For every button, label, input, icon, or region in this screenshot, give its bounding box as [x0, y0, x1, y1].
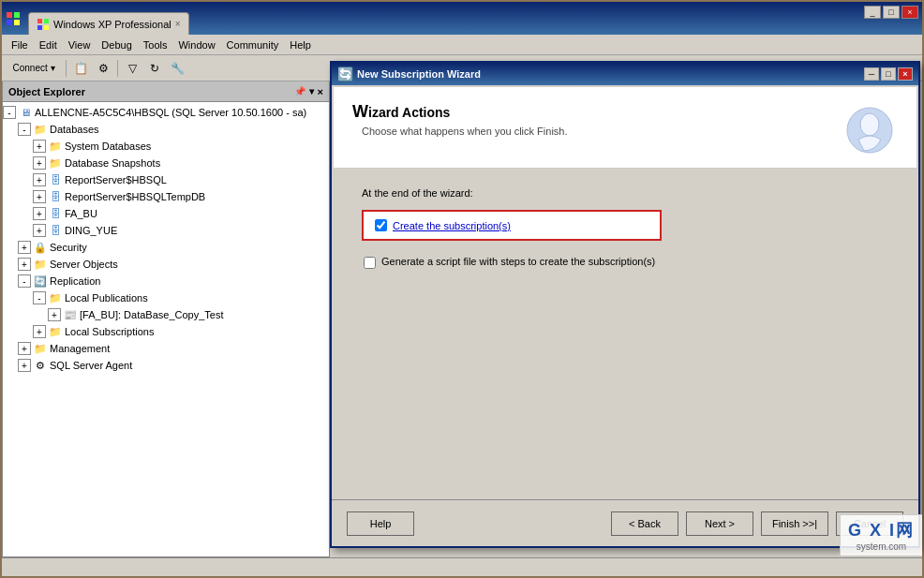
dy-label: DING_YUE: [65, 225, 117, 236]
sysdb-icon: 📁: [48, 139, 63, 154]
help-button[interactable]: Help: [347, 511, 414, 536]
rsh-expander[interactable]: +: [33, 173, 46, 186]
minimize-button[interactable]: _: [864, 6, 881, 19]
watermark-banner: G X I网 system.com: [840, 514, 922, 556]
svg-rect-6: [37, 25, 42, 30]
toolbar-filter-btn[interactable]: ▽: [122, 58, 142, 79]
databases-expander[interactable]: -: [18, 123, 31, 136]
tree-databases[interactable]: - 📁 Databases: [3, 121, 329, 138]
tree-system-db[interactable]: + 📁 System Databases: [3, 138, 329, 155]
tree-management[interactable]: + 📁 Management: [3, 340, 329, 357]
wizard-win-controls: ─ □ ×: [864, 67, 913, 81]
svg-rect-4: [37, 19, 42, 23]
wizard-minimize-btn[interactable]: ─: [864, 67, 879, 81]
title-tab-main[interactable]: Windows XP Professional ×: [28, 12, 189, 35]
tree-replication[interactable]: - 🔄 Replication: [3, 273, 329, 289]
maximize-button[interactable]: □: [883, 6, 900, 19]
wizard-body-label: At the end of the wizard:: [362, 187, 888, 199]
server-expander[interactable]: -: [3, 106, 16, 119]
lp-expander[interactable]: -: [33, 291, 46, 304]
indent-2a: [18, 138, 33, 155]
wizard-header-title: Wizard Actions: [352, 102, 842, 122]
so-expander[interactable]: +: [18, 258, 31, 271]
finish-button[interactable]: Finish >>|: [761, 511, 828, 536]
snap-expander[interactable]: +: [33, 156, 46, 170]
next-button[interactable]: Next >: [686, 511, 753, 536]
sec-label: Security: [50, 242, 87, 253]
toolbar-btn-4[interactable]: 🔧: [167, 58, 187, 79]
indent-2pi: [18, 306, 33, 323]
svg-rect-5: [44, 19, 49, 23]
create-subscription-checkbox[interactable]: [375, 219, 387, 231]
toolbar-btn-3[interactable]: ↻: [144, 58, 165, 79]
title-bar: Windows XP Professional × _ □ ×: [2, 2, 922, 35]
indent-1a: [3, 138, 18, 155]
pi-expander[interactable]: +: [48, 308, 61, 321]
toolbar-connect-btn[interactable]: Connect ▾: [6, 58, 62, 79]
tree-ding-yue[interactable]: + 🗄 DING_YUE: [3, 222, 329, 239]
oe-close-btn[interactable]: ×: [318, 86, 323, 97]
wizard-title-icon: 🔄: [337, 67, 353, 82]
wizard-close-btn[interactable]: ×: [898, 67, 913, 81]
menu-window[interactable]: Window: [172, 37, 220, 52]
tree-server-objects[interactable]: + 📁 Server Objects: [3, 256, 329, 273]
window-controls: _ □ ×: [864, 6, 918, 19]
toolbar-btn-2[interactable]: ⚙: [93, 58, 113, 79]
back-button[interactable]: < Back: [611, 511, 678, 536]
so-label: Server Objects: [50, 259, 118, 270]
agent-expander[interactable]: +: [18, 359, 31, 372]
wizard-maximize-btn[interactable]: □: [881, 67, 896, 81]
indent-1b: [3, 155, 18, 171]
svg-point-9: [860, 113, 879, 136]
indent-2ls: [18, 323, 33, 340]
title-tab-close[interactable]: ×: [175, 19, 181, 29]
svg-rect-2: [7, 20, 12, 25]
generate-script-checkbox[interactable]: [364, 257, 376, 269]
sec-expander[interactable]: +: [18, 241, 31, 254]
menu-debug[interactable]: Debug: [96, 37, 137, 52]
wizard-title-rest: izard Actions: [368, 105, 450, 120]
toolbar-sep-2: [117, 60, 118, 77]
menu-file[interactable]: File: [6, 37, 34, 52]
wizard-body: At the end of the wizard: Create the sub…: [334, 169, 917, 497]
tree-local-sub[interactable]: + 📁 Local Subscriptions: [3, 323, 329, 340]
oe-panel-title-text: Object Explorer: [8, 86, 85, 97]
indent-3pi: [33, 306, 48, 323]
fabu-expander[interactable]: +: [33, 207, 46, 220]
tree-security[interactable]: + 🔒 Security: [3, 239, 329, 256]
generate-script-label[interactable]: Generate a script file with steps to cre…: [381, 256, 655, 267]
oe-autodrop-btn[interactable]: ▾: [309, 86, 314, 96]
tree-rs-hbsqltemp[interactable]: + 🗄 ReportServer$HBSQLTempDB: [3, 188, 329, 205]
indent-mgmt: [3, 340, 18, 357]
menu-tools[interactable]: Tools: [138, 37, 173, 52]
dy-expander[interactable]: +: [33, 224, 46, 237]
sysdb-expander[interactable]: +: [33, 140, 46, 153]
menu-view[interactable]: View: [63, 37, 97, 52]
indent-1c: [3, 171, 18, 188]
rsht-expander[interactable]: +: [33, 190, 46, 203]
rep-expander[interactable]: -: [18, 274, 31, 288]
menu-edit[interactable]: Edit: [34, 37, 63, 52]
close-button[interactable]: ×: [902, 6, 918, 19]
tree-rs-hbsql[interactable]: + 🗄 ReportServer$HBSQL: [3, 171, 329, 188]
tree-server-node[interactable]: - 🖥 ALLENCNE-A5C5C4\HBSQL (SQL Server 10…: [3, 104, 329, 121]
menu-help[interactable]: Help: [284, 37, 317, 52]
lp-icon: 📁: [48, 290, 63, 305]
tree-fa-bu[interactable]: + 🗄 FA_BU: [3, 205, 329, 222]
tree-local-pub[interactable]: - 📁 Local Publications: [3, 289, 329, 306]
mgmt-icon: 📁: [33, 341, 48, 356]
menu-community[interactable]: Community: [221, 37, 285, 52]
app-icon: [6, 11, 21, 26]
create-subscription-label[interactable]: Create the subscription(s): [393, 220, 511, 231]
tree-sql-agent[interactable]: + ⚙ SQL Server Agent: [3, 357, 329, 374]
toolbar-btn-1[interactable]: 📋: [70, 58, 91, 79]
tree-pub-item[interactable]: + 📰 [FA_BU]: DataBase_Copy_Test: [3, 306, 329, 323]
ls-expander[interactable]: +: [33, 325, 46, 338]
indent-2f: [18, 222, 33, 239]
lp-label: Local Publications: [65, 292, 148, 304]
mgmt-expander[interactable]: +: [18, 342, 31, 355]
oe-pin-btn[interactable]: 📌: [294, 86, 306, 96]
indent-agent: [3, 357, 18, 374]
svg-rect-1: [14, 12, 20, 18]
tree-db-snapshots[interactable]: + 📁 Database Snapshots: [3, 155, 329, 171]
